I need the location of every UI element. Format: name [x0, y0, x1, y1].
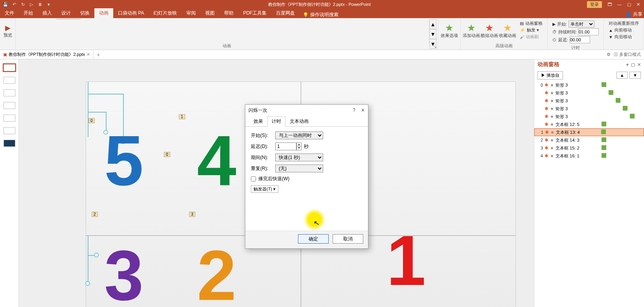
ok-button[interactable]: 确定 [298, 234, 329, 244]
dialog-tab-effect[interactable]: 效果 [249, 116, 267, 127]
thumbnail-3[interactable] [4, 89, 15, 96]
tab-baidu[interactable]: 百度网盘 [271, 8, 300, 18]
animation-effect-透明[interactable]: ★透明 [276, 19, 300, 19]
share-button[interactable]: 👤 共享 [626, 11, 642, 18]
delay-input[interactable] [570, 36, 590, 43]
move-earlier-button[interactable]: ▲向前移动 [609, 27, 639, 33]
thumbnail-5[interactable] [4, 115, 15, 122]
start-select[interactable]: 单击时 [569, 20, 594, 28]
pane-minimize-icon[interactable]: ▾ [626, 62, 629, 67]
add-tab-button[interactable]: + [94, 52, 103, 58]
animation-effect-彩色脉冲[interactable]: ★彩色脉冲 [105, 19, 129, 19]
trigger-button[interactable]: ⚡触发 ▾ [520, 27, 543, 33]
number-4[interactable]: 4 [197, 120, 236, 201]
anim-tag[interactable]: 1 [179, 114, 185, 119]
effect-options-button[interactable]: ★ 效果选项 [440, 19, 459, 43]
animation-group-launcher-icon[interactable]: ↘ [433, 44, 436, 49]
animation-gallery[interactable]: ★闪烁一次★脉冲★彩色脉冲★跷跷板★陀螺旋★放大/缩小★不饱和★加深★变淡★透明… [56, 19, 397, 19]
start-from-beginning-icon[interactable]: ▷ [28, 1, 35, 7]
move-up-button[interactable]: ▲ [616, 72, 628, 79]
dialog-delay-input[interactable] [275, 142, 296, 150]
rewind-checkbox[interactable] [251, 176, 256, 181]
undo-icon[interactable]: ↶ [11, 1, 17, 7]
animation-effect-不饱和[interactable]: ★不饱和 [202, 19, 227, 19]
tab-animations[interactable]: 动画 [94, 8, 113, 18]
animation-item[interactable]: 0✱★矩形 3 [534, 81, 644, 89]
qat-more-icon[interactable]: ▾ [46, 1, 52, 7]
number-2[interactable]: 2 [197, 235, 236, 307]
animation-item[interactable]: ✱★矩形 3 [534, 97, 644, 105]
animation-effect-脉冲[interactable]: ★脉冲 [81, 19, 105, 19]
number-3[interactable]: 3 [104, 235, 144, 307]
document-tab[interactable]: ▣ 教你制作《PPT制作倒计时功能》2.pptx ✕ [0, 50, 94, 59]
favorite-animation-button[interactable]: ★ 收藏动画 [499, 19, 517, 43]
redo-icon[interactable]: ↻ [20, 1, 26, 7]
preview-button[interactable]: ▶ 预览 [1, 19, 15, 43]
animation-pane-button[interactable]: ▤动画窗格 [520, 20, 543, 26]
multi-window-button[interactable]: ▥ 多窗口模式 [614, 52, 641, 57]
login-button[interactable]: 登录 [587, 1, 602, 8]
tab-help[interactable]: 帮助 [219, 8, 238, 18]
animation-item[interactable]: ✱★文本框 12: 5 [534, 120, 644, 128]
cool-animation-button[interactable]: ★ 酷炫动画 [480, 19, 499, 43]
maximize-icon[interactable]: ▢ [627, 2, 631, 7]
animation-effect-加深[interactable]: ★加深 [227, 19, 251, 19]
tab-transitions[interactable]: 切换 [75, 8, 94, 18]
animation-effect-填充颜色[interactable]: ★填充颜色 [373, 19, 397, 19]
animation-item[interactable]: 3✱★文本框 15: 2 [534, 144, 644, 152]
tell-me-search[interactable]: 💡 操作说明搜索 [300, 11, 342, 18]
save-icon[interactable]: 💾 [2, 1, 9, 7]
spinner-down-icon[interactable]: ▼ [297, 146, 301, 150]
move-down-button[interactable]: ▼ [629, 72, 641, 79]
dialog-repeat-select[interactable]: (无) [275, 165, 323, 172]
gallery-down-icon[interactable]: ▾ [429, 29, 436, 39]
dialog-tab-timing[interactable]: 计时 [267, 116, 285, 127]
play-from-button[interactable]: ▶ 播放自 [537, 71, 563, 80]
animation-effect-对象颜色[interactable]: ★对象颜色 [300, 19, 324, 19]
new-file-icon[interactable]: 🗎 [37, 1, 43, 7]
tab-insert[interactable]: 插入 [38, 8, 57, 18]
tab-review[interactable]: 审阅 [182, 8, 201, 18]
anim-tag[interactable]: 0 [88, 118, 95, 123]
tab-view[interactable]: 视图 [201, 8, 219, 18]
animation-item[interactable]: 4✱★文本框 16: 1 [534, 152, 644, 160]
gallery-up-icon[interactable]: ▴ [429, 19, 436, 29]
minimize-icon[interactable]: — [617, 2, 622, 7]
animation-effect-变淡[interactable]: ★变淡 [251, 19, 276, 19]
spinner-up-icon[interactable]: ▲ [297, 143, 301, 146]
animation-effect-补色[interactable]: ★补色 [324, 19, 349, 19]
trigger-expand-button[interactable]: 触发器(T) ▾ [251, 185, 278, 193]
thumbnail-4[interactable] [4, 102, 15, 109]
animation-item[interactable]: 2✱★文本框 14: 3 [534, 136, 644, 144]
dialog-close-icon[interactable]: ✕ [361, 107, 365, 113]
move-later-button[interactable]: ▼向后移动 [609, 34, 639, 40]
animation-item[interactable]: ✱★矩形 3 [534, 89, 644, 97]
animation-item[interactable]: ✱★矩形 3 [534, 105, 644, 113]
dialog-help-icon[interactable]: ? [353, 107, 355, 113]
animation-item[interactable]: ✱★矩形 3 [534, 113, 644, 120]
close-icon[interactable]: ✕ [637, 2, 640, 7]
ribbon-display-icon[interactable]: 🗖 [607, 2, 612, 7]
dialog-duration-select[interactable]: 快速(1 秒) [275, 154, 323, 161]
dialog-tab-text[interactable]: 文本动画 [285, 116, 313, 127]
anim-tag[interactable]: 2 [92, 212, 98, 217]
tab-slideshow[interactable]: 幻灯片放映 [149, 8, 182, 18]
tab-pdf[interactable]: PDF工具集 [238, 8, 271, 18]
close-tab-icon[interactable]: ✕ [86, 52, 90, 57]
gear-icon[interactable]: ⚙ [607, 52, 611, 57]
tab-file[interactable]: 文件 [0, 8, 19, 18]
add-animation-button[interactable]: ★ 添加动画 [462, 19, 480, 43]
thumbnail-6[interactable] [4, 127, 15, 134]
number-1[interactable]: 1 [386, 220, 426, 301]
animation-effect-线条颜色[interactable]: ★线条颜色 [349, 19, 373, 19]
tab-pocket-anim[interactable]: 口袋动画 PA [113, 8, 149, 18]
anim-tag[interactable]: 3 [189, 212, 195, 217]
number-5[interactable]: 5 [104, 120, 144, 201]
thumbnail-2[interactable] [4, 77, 15, 84]
animation-effect-闪烁一次[interactable]: ★闪烁一次 [56, 19, 81, 19]
duration-input[interactable] [578, 28, 599, 35]
thumbnail-1[interactable] [4, 64, 15, 71]
animation-effect-跷跷板[interactable]: ★跷跷板 [129, 19, 154, 19]
animation-item[interactable]: 1✱★文本框 13: 4 [534, 128, 644, 136]
animation-effect-陀螺旋[interactable]: ★陀螺旋 [154, 19, 178, 19]
